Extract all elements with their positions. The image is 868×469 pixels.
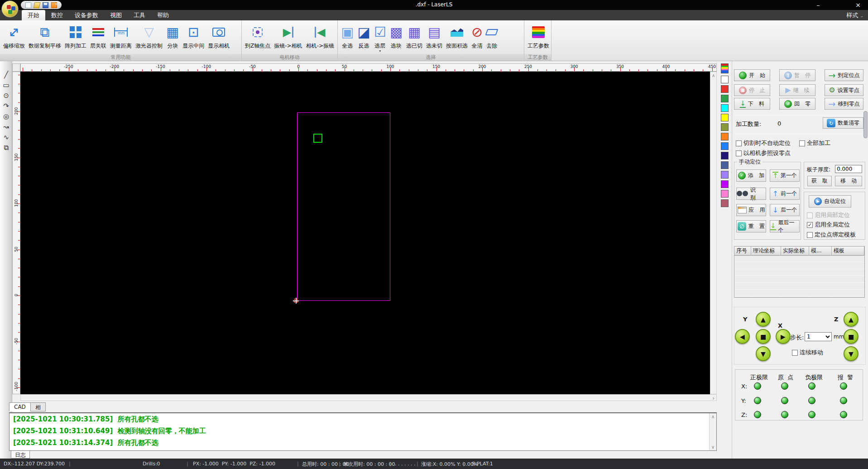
ribbon-button-camera-to-galvo[interactable]: 相机->振镜	[304, 22, 336, 53]
clear-count-button[interactable]: ↻数量清零	[823, 117, 863, 129]
ribbon-button-select-all[interactable]: ▣全选	[339, 22, 355, 53]
draw-arc-tool[interactable]: ↷	[0, 101, 12, 111]
drawing-canvas[interactable]	[20, 72, 710, 394]
ribbon-button-split-block[interactable]: ▦分块	[164, 22, 181, 53]
scroll-up-icon[interactable]: ∧	[712, 73, 715, 78]
menu-tab-数控[interactable]: 数控	[45, 10, 69, 20]
table-header-4[interactable]: 模板	[832, 247, 864, 256]
draw-ellipse-tool[interactable]: ◎	[0, 111, 12, 121]
palette-color[interactable]	[721, 123, 729, 131]
move-thickness-button[interactable]: 移 动	[835, 176, 862, 186]
table-header-1[interactable]: 理论坐标	[751, 247, 781, 256]
jog-y-up-button[interactable]: ▲	[756, 312, 771, 327]
unload-button[interactable]: ↓下 料	[734, 98, 770, 110]
return-zero-button[interactable]: ↺回 零	[779, 98, 815, 110]
ribbon-button-select-area[interactable]: 按面积选	[444, 22, 470, 53]
jog-x-right-button[interactable]: ▶	[776, 329, 791, 344]
first-button[interactable]: ↑第一个	[770, 169, 800, 182]
ribbon-button-remove[interactable]: 去除	[484, 22, 499, 53]
goto-point-button[interactable]: →到定位点	[825, 69, 863, 81]
ribbon-button-select-layer[interactable]: ☑选层▾	[372, 22, 388, 53]
add-button[interactable]: ✓添 加	[736, 169, 766, 182]
ribbon-button-invert-select[interactable]: ◪反选	[355, 22, 372, 53]
palette-color[interactable]	[721, 104, 729, 112]
menu-tab-设备参数[interactable]: 设备参数	[69, 10, 104, 20]
reset-button[interactable]: ∅重 置	[736, 220, 766, 232]
ribbon-button-show-camera[interactable]: 显示相机	[206, 22, 231, 53]
palette-color[interactable]	[721, 199, 729, 207]
tab-相机[interactable]: 相机	[30, 402, 46, 411]
draw-rect-tool[interactable]: ▭	[0, 80, 12, 90]
scroll-right-icon[interactable]: ›	[712, 395, 715, 401]
app-logo-icon[interactable]	[1, 0, 19, 18]
palette-color[interactable]	[721, 190, 729, 198]
ribbon-button-laser-control[interactable]: ▽激光器控制	[134, 22, 164, 53]
scroll-down-icon[interactable]: ∨	[711, 445, 715, 450]
tab-log[interactable]: 日志	[11, 451, 30, 459]
drawing-outline-rect[interactable]	[297, 112, 390, 301]
ribbon-button-clear-all[interactable]: ⊘全清	[470, 22, 484, 53]
log-panel[interactable]: [2025-1021 10:30:31.785] 所有孔都不选[2025-102…	[9, 412, 717, 451]
minimize-button[interactable]: –	[808, 0, 828, 10]
ribbon-button-z-focus[interactable]: 到Z轴焦点	[243, 22, 272, 53]
autopos-checkbox-1[interactable]: ✓启用全局定位	[807, 221, 850, 229]
auto-position-button[interactable]: ▶自动定位	[809, 195, 851, 208]
process-all-checkbox[interactable]: 全部加工	[799, 139, 830, 147]
menu-tab-开始[interactable]: 开始	[22, 10, 45, 20]
ribbon-button-array-process[interactable]: 阵列加工	[63, 22, 88, 53]
ribbon-button-offset-scale[interactable]: ↔偏移缩放	[1, 22, 27, 53]
tab-CAD[interactable]: CAD	[9, 402, 31, 411]
ribbon-button-show-center[interactable]: ⊡显示中间	[181, 22, 206, 53]
ribbon-button-process-params[interactable]: 工艺参数	[526, 22, 551, 53]
drawing-green-square[interactable]	[313, 134, 322, 143]
continue-button[interactable]: ▶继 续	[779, 84, 815, 96]
duplicate-tool[interactable]: ⧉	[0, 142, 12, 153]
palette-color[interactable]	[721, 133, 729, 140]
get-thickness-button[interactable]: 获 取	[807, 176, 832, 186]
step-select[interactable]: 1	[805, 332, 832, 341]
next-button[interactable]: ↓后一个	[770, 204, 800, 216]
camera-ref-zero-checkbox[interactable]: 以相机参照设零点	[736, 149, 791, 157]
autopos-checkbox-0[interactable]: 启用局部定位	[807, 211, 850, 219]
ribbon-button-galvo-to-camera[interactable]: 振镜->相机	[272, 22, 304, 53]
table-header-0[interactable]: 序号	[734, 247, 751, 256]
style-menu[interactable]: 样式⌄	[846, 11, 863, 19]
draw-polyline-tool[interactable]: ↝	[0, 121, 12, 132]
palette-color[interactable]	[721, 63, 729, 73]
ribbon-button-layer-link[interactable]: 层关联	[88, 22, 108, 53]
draw-spline-tool[interactable]: ∿	[0, 132, 12, 142]
apply-button[interactable]: 应 用	[736, 204, 766, 216]
jog-z-up-button[interactable]: ▲	[844, 312, 858, 327]
menu-tab-帮助[interactable]: 帮助	[151, 10, 175, 20]
jog-z-stop-button[interactable]: ■	[844, 329, 858, 344]
close-button[interactable]: ×	[848, 0, 868, 10]
ribbon-button-select-uncut[interactable]: ▤选未切	[424, 22, 444, 53]
palette-color[interactable]	[721, 171, 729, 179]
palette-color[interactable]	[721, 85, 729, 93]
maximize-button[interactable]	[828, 0, 848, 10]
jog-x-left-button[interactable]: ◀	[735, 329, 750, 344]
recognize-button[interactable]: 识 别	[736, 188, 766, 200]
menu-tab-工具[interactable]: 工具	[128, 10, 151, 20]
ribbon-button-data-copy[interactable]: ⧉数据复制平移	[27, 22, 63, 53]
jog-xy-stop-button[interactable]: ■	[756, 329, 771, 344]
draw-circle-tool[interactable]: ⊙	[0, 90, 12, 101]
palette-color[interactable]	[721, 76, 729, 83]
stop-button[interactable]: ■停 止	[734, 84, 770, 96]
palette-color[interactable]	[721, 114, 729, 121]
palette-color[interactable]	[721, 142, 729, 150]
last-button[interactable]: ↓最后一个	[770, 220, 800, 232]
palette-color[interactable]	[721, 161, 729, 169]
canvas-horizontal-scrollbar[interactable]: ›	[20, 394, 717, 401]
palette-color[interactable]	[721, 180, 729, 188]
panel-scrollbar-thumb[interactable]	[863, 111, 868, 138]
palette-color[interactable]	[721, 95, 729, 102]
menu-tab-视图[interactable]: 视图	[104, 10, 128, 20]
ribbon-button-select-block[interactable]: ▩选块	[388, 22, 404, 53]
ribbon-button-select-cut[interactable]: ▦选已切	[404, 22, 424, 53]
table-header-2[interactable]: 实际坐标	[781, 247, 809, 256]
scroll-up-icon[interactable]: ∧	[711, 414, 715, 419]
set-zero-button[interactable]: ⚙设置零点	[825, 84, 863, 96]
log-scrollbar[interactable]: ∧ ∨	[709, 413, 716, 450]
draw-line-tool[interactable]: ╱	[0, 69, 12, 80]
